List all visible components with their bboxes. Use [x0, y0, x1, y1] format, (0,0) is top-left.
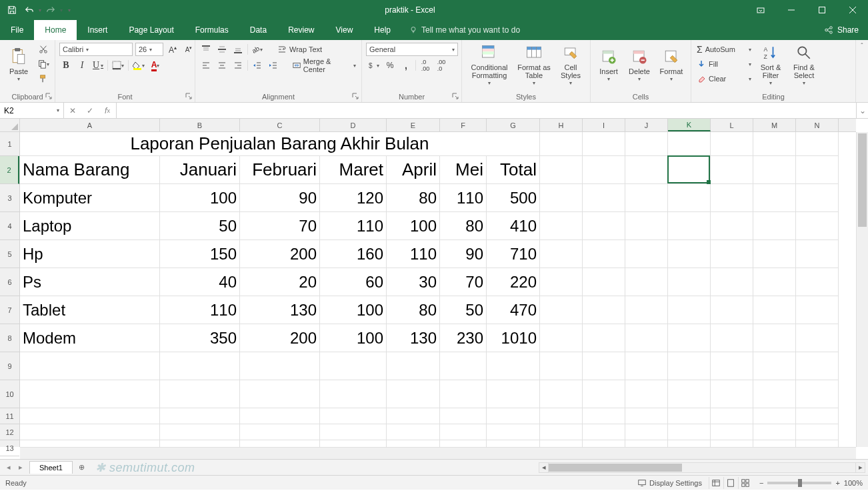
- zoom-in-button[interactable]: +: [835, 479, 839, 487]
- cell[interactable]: 80: [387, 184, 440, 212]
- cell[interactable]: [668, 268, 711, 296]
- cell[interactable]: [625, 324, 668, 352]
- cell[interactable]: 80: [387, 296, 440, 324]
- align-middle-button[interactable]: [215, 43, 229, 56]
- font-size-combo[interactable]: 26▾: [135, 43, 163, 56]
- accounting-format-button[interactable]: $▾: [366, 59, 381, 72]
- tab-view[interactable]: View: [325, 20, 364, 40]
- column-header-C[interactable]: C: [240, 119, 320, 131]
- cell[interactable]: [540, 156, 583, 184]
- find-select-button[interactable]: Find & Select▾: [789, 43, 819, 87]
- cell[interactable]: [668, 156, 711, 184]
- tab-formulas[interactable]: Formulas: [185, 20, 239, 40]
- font-launcher[interactable]: [185, 93, 192, 99]
- cell[interactable]: [440, 440, 487, 447]
- column-header-B[interactable]: B: [160, 119, 240, 131]
- increase-indent-button[interactable]: [267, 59, 280, 72]
- cell[interactable]: 110: [440, 184, 487, 212]
- borders-button[interactable]: ▾: [111, 59, 125, 72]
- cell[interactable]: Hp: [20, 240, 160, 268]
- cell[interactable]: [387, 380, 440, 408]
- cell[interactable]: Februari: [240, 156, 320, 184]
- cell[interactable]: Maret: [320, 156, 387, 184]
- cell[interactable]: [583, 296, 625, 324]
- ribbon-options-icon[interactable]: [745, 0, 776, 20]
- cell[interactable]: 120: [320, 184, 387, 212]
- zoom-slider[interactable]: [767, 482, 831, 484]
- cell[interactable]: [320, 424, 387, 440]
- insert-cells-button[interactable]: Insert▾: [595, 43, 623, 87]
- vertical-scrollbar[interactable]: [856, 132, 868, 447]
- cell[interactable]: [540, 440, 583, 447]
- cell[interactable]: [387, 352, 440, 380]
- cell[interactable]: [753, 380, 796, 408]
- cell[interactable]: 90: [440, 240, 487, 268]
- formula-input[interactable]: [121, 106, 852, 115]
- cell[interactable]: [540, 212, 583, 240]
- cell[interactable]: Laporan Penjualan Barang Akhir Bulan: [20, 132, 540, 156]
- cell[interactable]: [440, 352, 487, 380]
- cancel-formula-button[interactable]: ✕: [64, 106, 81, 115]
- cell[interactable]: [440, 380, 487, 408]
- cell[interactable]: 70: [240, 212, 320, 240]
- cell[interactable]: [711, 324, 753, 352]
- new-sheet-button[interactable]: ⊕: [75, 461, 89, 474]
- cell[interactable]: Total: [487, 156, 540, 184]
- row-header-3[interactable]: 3: [0, 184, 19, 212]
- cell[interactable]: [160, 408, 240, 424]
- cell[interactable]: [320, 352, 387, 380]
- save-icon[interactable]: [4, 2, 20, 18]
- redo-dropdown[interactable]: ▾: [60, 7, 63, 13]
- cell[interactable]: 200: [240, 324, 320, 352]
- cell[interactable]: 220: [487, 268, 540, 296]
- cell[interactable]: [487, 440, 540, 447]
- cell[interactable]: [387, 424, 440, 440]
- cell[interactable]: 50: [440, 296, 487, 324]
- cell[interactable]: [753, 296, 796, 324]
- tab-file[interactable]: File: [0, 20, 34, 40]
- cell[interactable]: [583, 132, 625, 156]
- normal-view-button[interactable]: [709, 477, 723, 489]
- number-launcher[interactable]: [452, 93, 459, 99]
- cell[interactable]: [440, 408, 487, 424]
- tab-page-layout[interactable]: Page Layout: [118, 20, 184, 40]
- cell[interactable]: [240, 440, 320, 447]
- zoom-thumb[interactable]: [798, 479, 802, 487]
- cell[interactable]: 110: [387, 240, 440, 268]
- cell[interactable]: 30: [387, 268, 440, 296]
- delete-cells-button[interactable]: Delete▾: [625, 43, 653, 87]
- cell[interactable]: 110: [160, 296, 240, 324]
- cell[interactable]: [625, 424, 668, 440]
- font-color-button[interactable]: A▾: [149, 59, 162, 72]
- cell[interactable]: [625, 440, 668, 447]
- column-header-H[interactable]: H: [540, 119, 583, 131]
- cell[interactable]: 150: [160, 240, 240, 268]
- sheet-tab-1[interactable]: Sheet1: [29, 461, 73, 474]
- cell[interactable]: [20, 408, 160, 424]
- cell[interactable]: [540, 380, 583, 408]
- cell[interactable]: [668, 296, 711, 324]
- cell[interactable]: [20, 380, 160, 408]
- clear-button[interactable]: Clear▾: [695, 72, 753, 85]
- tab-review[interactable]: Review: [277, 20, 325, 40]
- cell[interactable]: [625, 132, 668, 156]
- zoom-level[interactable]: 100%: [844, 479, 863, 487]
- cell[interactable]: [753, 212, 796, 240]
- tab-home[interactable]: Home: [34, 20, 77, 40]
- cell[interactable]: [387, 408, 440, 424]
- cell[interactable]: [796, 324, 839, 352]
- cell[interactable]: [796, 132, 839, 156]
- font-name-combo[interactable]: Calibri▾: [59, 43, 133, 56]
- cell[interactable]: 500: [487, 184, 540, 212]
- cell[interactable]: 50: [160, 212, 240, 240]
- cell[interactable]: [711, 296, 753, 324]
- column-header-N[interactable]: N: [796, 119, 839, 131]
- display-settings-button[interactable]: Display Settings: [637, 478, 702, 488]
- cell[interactable]: [711, 268, 753, 296]
- cell[interactable]: [160, 424, 240, 440]
- cell[interactable]: [625, 184, 668, 212]
- cell[interactable]: 130: [387, 324, 440, 352]
- orientation-button[interactable]: ab▾: [251, 43, 264, 56]
- align-top-button[interactable]: [199, 43, 213, 56]
- cell[interactable]: [753, 240, 796, 268]
